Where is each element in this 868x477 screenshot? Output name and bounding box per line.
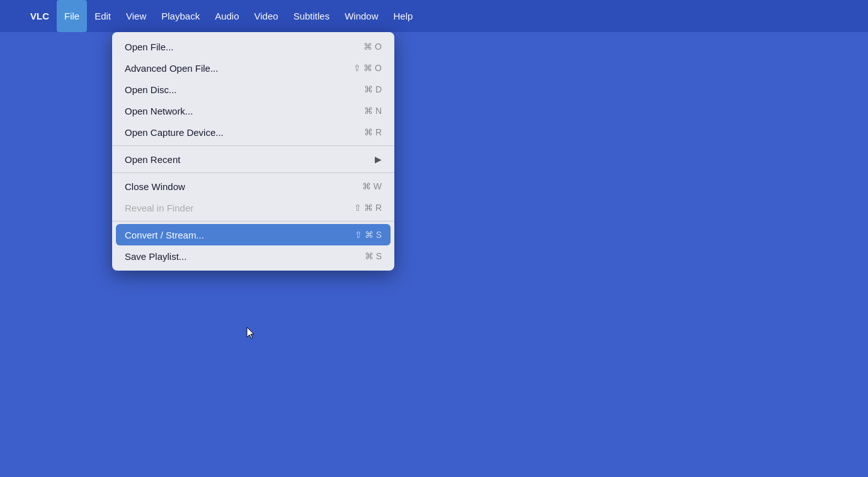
separator-3 bbox=[112, 221, 394, 222]
menu-item-open-network[interactable]: Open Network... ⌘ N bbox=[112, 100, 394, 121]
menu-item-open-disc[interactable]: Open Disc... ⌘ D bbox=[112, 79, 394, 100]
menubar-item-playback[interactable]: Playback bbox=[154, 0, 207, 32]
menu-item-advanced-open-file[interactable]: Advanced Open File... ⇧ ⌘ O bbox=[112, 57, 394, 79]
menu-item-open-file[interactable]: Open File... ⌘ O bbox=[112, 36, 394, 57]
menubar-item-file[interactable]: File bbox=[57, 0, 87, 32]
menubar-item-view[interactable]: View bbox=[118, 0, 154, 32]
apple-menu[interactable] bbox=[5, 0, 23, 32]
menubar-item-subtitles[interactable]: Subtitles bbox=[286, 0, 338, 32]
menubar-item-vlc[interactable]: VLC bbox=[23, 0, 57, 32]
menu-item-close-window[interactable]: Close Window ⌘ W bbox=[112, 176, 394, 197]
menubar-item-help[interactable]: Help bbox=[386, 0, 421, 32]
menu-item-reveal-in-finder[interactable]: Reveal in Finder ⇧ ⌘ R bbox=[112, 197, 394, 218]
menubar: VLC File Edit View Playback Audio Video … bbox=[0, 0, 868, 32]
menubar-item-video[interactable]: Video bbox=[247, 0, 286, 32]
menu-item-open-capture-device[interactable]: Open Capture Device... ⌘ R bbox=[112, 121, 394, 143]
separator-1 bbox=[112, 145, 394, 146]
menubar-item-edit[interactable]: Edit bbox=[87, 0, 118, 32]
menubar-item-audio[interactable]: Audio bbox=[207, 0, 246, 32]
menubar-item-window[interactable]: Window bbox=[337, 0, 385, 32]
separator-2 bbox=[112, 172, 394, 173]
menu-item-convert-stream[interactable]: Convert / Stream... ⇧ ⌘ S bbox=[116, 224, 391, 245]
mouse-cursor bbox=[246, 326, 256, 340]
file-menu-dropdown: Open File... ⌘ O Advanced Open File... ⇧… bbox=[112, 32, 394, 271]
menu-item-open-recent[interactable]: Open Recent ▶ bbox=[112, 149, 394, 170]
menu-item-save-playlist[interactable]: Save Playlist... ⌘ S bbox=[112, 245, 394, 267]
